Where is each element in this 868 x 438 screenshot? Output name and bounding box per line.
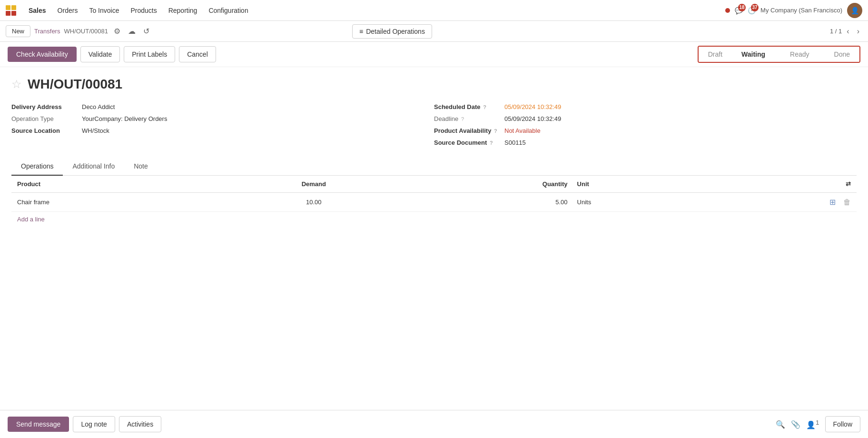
col-unit-header: Unit bbox=[572, 176, 697, 193]
scheduled-date-help-icon[interactable]: ? bbox=[483, 104, 486, 110]
pager-next[interactable]: › bbox=[854, 26, 862, 37]
red-dot-icon[interactable] bbox=[725, 7, 730, 14]
cancel-button[interactable]: Cancel bbox=[179, 46, 216, 62]
new-button[interactable]: New bbox=[6, 25, 30, 37]
company-name: My Company (San Francisco) bbox=[760, 7, 842, 14]
status-waiting[interactable]: Waiting bbox=[732, 47, 779, 62]
menu-lines-icon: ≡ bbox=[359, 28, 363, 35]
tab-operations[interactable]: Operations bbox=[11, 158, 63, 176]
source-document-value[interactable]: S00115 bbox=[504, 139, 526, 146]
chat-notifications[interactable]: 💬 18 bbox=[735, 7, 743, 14]
delete-row-icon[interactable]: 🗑 bbox=[843, 198, 851, 206]
product-availability-help-icon[interactable]: ? bbox=[494, 128, 497, 134]
scheduled-date-label: Scheduled Date ? bbox=[434, 103, 501, 110]
product-availability-row: Product Availability ? Not Available bbox=[434, 127, 857, 134]
row-actions: ⊞ 🗑 bbox=[696, 193, 857, 212]
breadcrumb-transfers[interactable]: Transfers bbox=[34, 28, 60, 35]
deadline-help-icon[interactable]: ? bbox=[461, 116, 464, 122]
product-availability-label: Product Availability ? bbox=[434, 127, 501, 134]
breadcrumb-record-id: WH/OUT/00081 bbox=[64, 28, 108, 35]
col-product-header: Product bbox=[11, 176, 226, 193]
followers-icon[interactable]: 👤1 bbox=[806, 419, 819, 429]
record-pager: 1 / 1 ‹ › bbox=[830, 26, 862, 37]
deadline-value[interactable]: 05/09/2024 10:32:49 bbox=[504, 115, 561, 122]
activity-badge: 37 bbox=[751, 4, 759, 11]
print-labels-button[interactable]: Print Labels bbox=[124, 46, 175, 62]
source-location-value[interactable]: WH/Stock bbox=[82, 127, 109, 134]
undo-icon[interactable]: ↺ bbox=[141, 25, 151, 38]
nav-products[interactable]: Products bbox=[126, 4, 161, 17]
paperclip-icon[interactable]: 📎 bbox=[791, 420, 800, 429]
source-document-help-icon[interactable]: ? bbox=[490, 140, 493, 146]
record-title: WH/OUT/00081 bbox=[28, 77, 122, 92]
scheduled-date-value[interactable]: 05/09/2024 10:32:49 bbox=[504, 103, 561, 110]
product-cell[interactable]: Chair frame bbox=[11, 193, 226, 212]
bottom-right-actions: 🔍 📎 👤1 Follow bbox=[776, 416, 860, 432]
follow-button[interactable]: Follow bbox=[825, 416, 860, 432]
activities-button[interactable]: Activities bbox=[119, 416, 161, 432]
log-note-button[interactable]: Log note bbox=[73, 416, 115, 432]
main-content: ☆ WH/OUT/00081 Delivery Address Deco Add… bbox=[0, 67, 868, 236]
tab-note[interactable]: Note bbox=[124, 158, 158, 176]
table-header-row: Product Demand Quantity Unit ⇄ bbox=[11, 176, 857, 193]
form-col-right: Scheduled Date ? 05/09/2024 10:32:49 Dea… bbox=[434, 103, 857, 146]
status-ready[interactable]: Ready bbox=[779, 47, 822, 62]
source-document-row: Source Document ? S00115 bbox=[434, 139, 857, 146]
deadline-label: Deadline ? bbox=[434, 115, 501, 122]
topnav-right: 💬 18 🕐 37 My Company (San Francisco) 👤 bbox=[725, 3, 862, 18]
detailed-ops-label: Detailed Operations bbox=[366, 28, 425, 35]
form-col-left: Delivery Address Deco Addict Operation T… bbox=[11, 103, 434, 146]
delivery-address-value[interactable]: Deco Addict bbox=[82, 103, 115, 110]
scheduled-date-row: Scheduled Date ? 05/09/2024 10:32:49 bbox=[434, 103, 857, 110]
quantity-cell[interactable]: 5.00 bbox=[402, 193, 572, 212]
operations-table: Product Demand Quantity Unit ⇄ Chair fra… bbox=[11, 176, 857, 212]
app-logo[interactable] bbox=[6, 5, 16, 16]
operation-type-row: Operation Type YourCompany: Delivery Ord… bbox=[11, 115, 434, 122]
nav-sales[interactable]: Sales bbox=[24, 4, 51, 17]
nav-orders[interactable]: Orders bbox=[53, 4, 83, 17]
pager-prev[interactable]: ‹ bbox=[844, 26, 852, 37]
favorite-star-icon[interactable]: ☆ bbox=[11, 78, 22, 91]
operation-type-value[interactable]: YourCompany: Delivery Orders bbox=[82, 115, 167, 122]
tabs: Operations Additional Info Note bbox=[11, 158, 857, 176]
deadline-row: Deadline ? 05/09/2024 10:32:49 bbox=[434, 115, 857, 122]
status-draft[interactable]: Draft bbox=[699, 47, 732, 62]
chat-badge: 18 bbox=[738, 4, 746, 11]
operation-type-label: Operation Type bbox=[11, 115, 78, 122]
delivery-address-row: Delivery Address Deco Addict bbox=[11, 103, 434, 110]
form-fields: Delivery Address Deco Addict Operation T… bbox=[11, 103, 857, 146]
col-quantity-header: Quantity bbox=[402, 176, 572, 193]
check-availability-button[interactable]: Check Availability bbox=[8, 47, 77, 62]
pager-count: 1 / 1 bbox=[830, 28, 842, 35]
validate-button[interactable]: Validate bbox=[80, 46, 120, 62]
action-bar: Check Availability Validate Print Labels… bbox=[0, 42, 868, 67]
record-header: ☆ WH/OUT/00081 bbox=[11, 77, 857, 92]
activity-notifications[interactable]: 🕐 37 bbox=[748, 7, 756, 14]
settings-icon[interactable]: ⚙ bbox=[112, 25, 122, 38]
detailed-operations-button[interactable]: ≡ Detailed Operations bbox=[352, 24, 432, 39]
nav-to-invoice[interactable]: To Invoice bbox=[84, 4, 124, 17]
col-actions-header: ⇄ bbox=[696, 176, 857, 193]
status-ready-label: Ready bbox=[790, 50, 809, 58]
source-document-label: Source Document ? bbox=[434, 139, 501, 146]
demand-cell[interactable]: 10.00 bbox=[226, 193, 402, 212]
status-bar: Draft Waiting Ready Done bbox=[698, 46, 860, 63]
tab-additional-info[interactable]: Additional Info bbox=[63, 158, 124, 176]
status-done-label: Done bbox=[834, 50, 850, 58]
search-bottom-icon[interactable]: 🔍 bbox=[776, 420, 785, 429]
cloud-icon[interactable]: ☁ bbox=[126, 25, 138, 38]
nav-configuration[interactable]: Configuration bbox=[204, 4, 253, 17]
delivery-address-label: Delivery Address bbox=[11, 103, 78, 110]
status-done[interactable]: Done bbox=[823, 47, 859, 62]
user-avatar[interactable]: 👤 bbox=[847, 3, 862, 18]
topnav-menu: Sales Orders To Invoice Products Reporti… bbox=[24, 4, 725, 17]
unit-cell: Units bbox=[572, 193, 697, 212]
nav-reporting[interactable]: Reporting bbox=[164, 4, 202, 17]
secondary-nav: New Transfers WH/OUT/00081 ⚙ ☁ ↺ ≡ Detai… bbox=[0, 21, 868, 42]
source-location-label: Source Location bbox=[11, 127, 78, 134]
detail-list-icon[interactable]: ⊞ bbox=[829, 198, 836, 206]
bottom-bar: Send message Log note Activities 🔍 📎 👤1 … bbox=[0, 410, 868, 438]
add-line-button[interactable]: Add a line bbox=[11, 212, 50, 227]
topnav: Sales Orders To Invoice Products Reporti… bbox=[0, 0, 868, 21]
send-message-button[interactable]: Send message bbox=[8, 417, 69, 432]
